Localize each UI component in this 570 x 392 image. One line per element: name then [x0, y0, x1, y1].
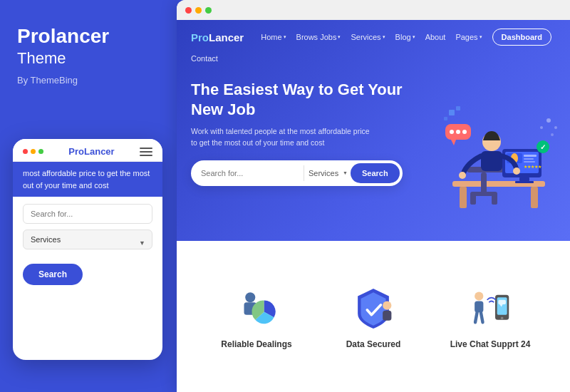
hero-subtitle: Work with talented people at the most af…	[191, 126, 376, 149]
reliable-dealings-icon	[232, 284, 281, 334]
nav-logo-lancer: Lancer	[209, 31, 244, 43]
svg-point-21	[513, 167, 520, 175]
mobile-search-input[interactable]	[23, 204, 152, 224]
feature-label-secured: Data Secured	[346, 339, 401, 349]
services-select[interactable]: Services	[309, 169, 351, 177]
navigation: ProLancer Home ▾ Brows Jobs ▾ Services ▾…	[177, 20, 570, 54]
mobile-search-button[interactable]: Search	[23, 264, 83, 285]
hero-illustration: ★★★★★	[410, 74, 566, 231]
svg-rect-1	[460, 187, 467, 208]
nav-link-about[interactable]: About	[425, 29, 446, 46]
mobile-hero-text: most affordable price to get the most ou…	[13, 162, 162, 197]
brand-subtitle: Theme	[17, 49, 160, 68]
svg-line-44	[481, 312, 483, 322]
nav-logo: ProLancer	[191, 31, 244, 43]
mobile-hero-content: most affordable price to get the most ou…	[23, 169, 150, 190]
svg-rect-16	[524, 161, 535, 163]
mobile-dot-red	[23, 149, 28, 154]
mobile-mockup: ProLancer most affordable price to get t…	[13, 139, 162, 360]
chevron-down-icon: ▾	[480, 34, 482, 40]
browser-panel: ProLancer Home ▾ Brows Jobs ▾ Services ▾…	[177, 0, 570, 392]
mobile-search-section: Services Search	[13, 197, 162, 292]
svg-point-36	[245, 292, 255, 302]
features-section: Reliable Dealings Data Secured	[177, 241, 570, 392]
mobile-top-bar: ProLancer	[13, 139, 162, 162]
mobile-services-select[interactable]: Services	[23, 229, 152, 249]
search-select-wrapper: Services	[309, 169, 351, 177]
chevron-down-icon: ▾	[284, 34, 286, 40]
svg-rect-40	[383, 311, 391, 321]
chrome-dot-yellow	[195, 7, 202, 14]
mobile-select-wrapper: Services	[23, 229, 152, 257]
hero-section: ProLancer Home ▾ Brows Jobs ▾ Services ▾…	[177, 20, 570, 241]
nav-links: Home ▾ Brows Jobs ▾ Services ▾ Blog ▾ Ab…	[261, 29, 556, 46]
svg-rect-6	[470, 194, 476, 205]
nav-link-blog[interactable]: Blog ▾	[395, 29, 415, 46]
svg-marker-27	[451, 140, 456, 145]
data-secured-icon	[348, 284, 398, 334]
svg-rect-11	[515, 181, 534, 183]
svg-rect-10	[519, 177, 529, 181]
svg-rect-42	[475, 301, 483, 313]
svg-point-22	[546, 118, 551, 123]
nav-logo-pro: Pro	[191, 31, 209, 43]
svg-point-41	[475, 292, 483, 300]
nav-link-contact[interactable]: Contact	[191, 54, 218, 63]
dashboard-button[interactable]: Dashboard	[492, 29, 551, 46]
mobile-logo-lancer: Lancer	[84, 146, 115, 157]
svg-rect-35	[444, 117, 447, 120]
mobile-dot-green	[38, 149, 43, 154]
mobile-dots	[23, 149, 43, 154]
nav-link-services[interactable]: Services ▾	[351, 29, 385, 46]
mobile-logo-pro: Pro	[68, 146, 84, 157]
left-panel: Prolancer Theme By ThemeBing ProLancer m…	[0, 0, 177, 392]
mobile-logo: ProLancer	[68, 146, 114, 157]
svg-rect-19	[481, 151, 502, 171]
svg-point-25	[551, 133, 554, 136]
svg-rect-33	[449, 110, 455, 115]
brand-pro: Prolancer	[17, 25, 109, 47]
svg-point-47	[501, 316, 504, 319]
svg-rect-14	[524, 155, 537, 157]
svg-point-39	[383, 301, 391, 310]
brand-by: By ThemeBing	[17, 75, 160, 86]
svg-point-29	[456, 130, 460, 134]
chevron-down-icon: ▾	[383, 34, 385, 40]
chevron-down-icon: ▾	[413, 34, 415, 40]
chrome-dot-red	[185, 7, 192, 14]
svg-text:★★★★★: ★★★★★	[524, 165, 542, 169]
svg-text:✓: ✓	[540, 143, 546, 151]
svg-point-23	[554, 126, 557, 129]
svg-rect-4	[481, 172, 487, 194]
chrome-dot-green	[205, 7, 212, 14]
live-chat-icon	[465, 284, 515, 334]
svg-point-30	[462, 130, 467, 134]
svg-point-20	[459, 172, 466, 179]
feature-data-secured: Data Secured	[315, 284, 432, 349]
nav-link-home[interactable]: Home ▾	[261, 29, 286, 46]
svg-rect-2	[531, 187, 538, 208]
brand-title: Prolancer	[17, 26, 160, 48]
feature-reliable-dealings: Reliable Dealings	[198, 284, 315, 349]
svg-point-28	[450, 130, 454, 134]
nav-link-brows-jobs[interactable]: Brows Jobs ▾	[296, 29, 341, 46]
search-button[interactable]: Search	[351, 163, 400, 183]
svg-point-24	[540, 126, 543, 129]
mobile-dot-yellow	[31, 149, 36, 154]
svg-rect-34	[456, 106, 460, 110]
feature-label-reliable: Reliable Dealings	[221, 339, 291, 349]
hamburger-icon[interactable]	[140, 148, 152, 156]
svg-rect-48	[498, 300, 506, 304]
browser-chrome	[177, 0, 570, 20]
feature-live-chat: Live Chat Supprt 24	[432, 284, 549, 349]
search-input[interactable]	[201, 169, 299, 177]
svg-rect-15	[524, 158, 534, 160]
nav-row2: Contact	[177, 54, 570, 67]
hero-title: The Easiest Way to Get Your New Job	[191, 80, 403, 119]
chevron-down-icon: ▾	[338, 34, 341, 40]
search-bar: Services Search	[191, 160, 403, 186]
hero-left: The Easiest Way to Get Your New Job Work…	[191, 74, 403, 186]
feature-label-chat: Live Chat Supprt 24	[450, 339, 531, 349]
svg-line-43	[475, 312, 477, 322]
nav-link-pages[interactable]: Pages ▾	[455, 29, 482, 46]
